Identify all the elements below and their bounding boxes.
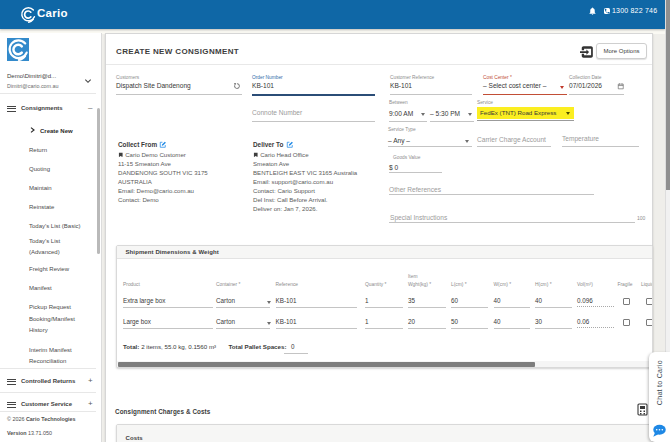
- sidebar-logo: [7, 38, 29, 61]
- weight-input[interactable]: 35: [408, 297, 415, 304]
- reference-input[interactable]: KB-101: [276, 297, 297, 304]
- height-input[interactable]: 40: [535, 297, 542, 304]
- col-volume: Vol(m³): [577, 282, 593, 287]
- table-horizontal-scrollbar[interactable]: [117, 361, 653, 368]
- dropdown-caret-icon: [566, 112, 570, 115]
- edit-collect-from-icon[interactable]: [159, 141, 167, 149]
- sidebar-section-customer-service[interactable]: Customer Service: [21, 401, 72, 407]
- scrollbar-thumb[interactable]: [118, 362, 535, 367]
- customer-reference-field[interactable]: Customer Reference KB-101: [390, 72, 472, 96]
- goods-value-label: Goods Value: [393, 155, 420, 160]
- collapse-minus-icon[interactable]: –: [88, 103, 92, 112]
- expand-plus-icon[interactable]: +: [88, 376, 93, 385]
- fragile-checkbox[interactable]: [623, 319, 630, 326]
- sidebar-item-freight-review[interactable]: Freight Review: [29, 264, 69, 275]
- address-line: BENTLEIGH EAST VIC 3165 Australia: [253, 168, 357, 177]
- calendar-icon[interactable]: [617, 82, 625, 90]
- temperature-field[interactable]: Temperature: [562, 134, 639, 147]
- customers-field[interactable]: Customers Dispatch Site Dandenong: [116, 72, 242, 96]
- chat-to-cario-tab[interactable]: Chat to Cario: [649, 352, 670, 442]
- more-options-button[interactable]: More Options: [596, 43, 647, 59]
- sidebar-divider: [0, 368, 96, 369]
- weight-input[interactable]: 20: [408, 318, 415, 325]
- product-input[interactable]: Large box: [123, 318, 151, 325]
- col-container: Container *: [216, 282, 240, 287]
- height-input[interactable]: 30: [535, 318, 542, 325]
- sidebar-section-controlled-returns[interactable]: Controlled Returns: [21, 378, 75, 384]
- edit-deliver-to-icon[interactable]: [286, 141, 294, 149]
- dropdown-caret-icon: [468, 113, 472, 116]
- address-line: Contact: Demo: [118, 195, 208, 204]
- between-to-select[interactable]: – 5:30 PM: [430, 108, 474, 121]
- user-email: Dimitri@cario.com.au: [7, 83, 59, 89]
- service-select[interactable]: FedEx (TNT) Road Express: [477, 107, 574, 121]
- address-line: DANDENONG SOUTH VIC 3175: [118, 168, 208, 177]
- between-from-select[interactable]: 9:00 AM: [389, 108, 427, 121]
- width-input[interactable]: 40: [494, 318, 501, 325]
- sidebar-item-maintain[interactable]: Maintain: [29, 183, 52, 194]
- carrier-charge-account-field[interactable]: Carrier Charge Account: [477, 134, 551, 147]
- fragile-checkbox[interactable]: [623, 298, 630, 305]
- length-input[interactable]: 60: [451, 297, 458, 304]
- sidebar-item-manifest[interactable]: Manifest: [29, 283, 52, 294]
- liquid-checkbox[interactable]: [646, 319, 653, 326]
- address-line: Smeaton Ave: [253, 159, 357, 168]
- pallet-spaces-input[interactable]: 0: [284, 341, 308, 353]
- service-type-select[interactable]: – Any –: [388, 134, 472, 147]
- phone-icon: [604, 8, 611, 15]
- cost-center-select[interactable]: Cost Center * – Select cost center –: [483, 72, 567, 96]
- menu-bar: [7, 379, 16, 380]
- sidebar-item-todays-list-advanced[interactable]: Today's List (Advanced): [29, 236, 87, 258]
- dropdown-caret-icon: [465, 140, 469, 143]
- collection-date-field[interactable]: Collection Date 07/01/2026: [569, 72, 624, 96]
- col-length: L(cm) *: [451, 282, 467, 287]
- import-consignment-icon[interactable]: [580, 45, 594, 59]
- dropdown-caret-icon: [421, 113, 425, 116]
- sidebar-item-booking-manifest-history[interactable]: Booking/Manifest History: [29, 314, 87, 336]
- product-input[interactable]: Extra large box: [123, 297, 165, 304]
- dropdown-caret-icon: [267, 301, 271, 304]
- other-references-field[interactable]: Other References: [389, 184, 594, 196]
- order-number-field[interactable]: Order Number KB-101: [252, 72, 375, 97]
- quantity-input[interactable]: 1: [365, 297, 369, 304]
- goods-value-field[interactable]: $ 0: [389, 162, 442, 174]
- expand-plus-icon[interactable]: +: [88, 399, 93, 408]
- chat-bubble-icon: [652, 424, 667, 438]
- length-input[interactable]: 50: [451, 318, 458, 325]
- sidebar-item-reinstate[interactable]: Reinstate: [29, 202, 54, 213]
- container-select[interactable]: Carton: [216, 297, 235, 304]
- sidebar-item-todays-list-basic[interactable]: Today's List (Basic): [29, 221, 81, 232]
- sidebar-scrollbar[interactable]: [97, 108, 100, 254]
- calculator-icon[interactable]: [637, 403, 648, 416]
- sidebar-item-create-new[interactable]: Create New: [40, 126, 73, 137]
- reference-input[interactable]: KB-101: [276, 318, 297, 325]
- user-menu-chevron-down-icon[interactable]: [84, 78, 92, 84]
- user-name: Demo\Dimitri@d...: [7, 73, 56, 79]
- sidebar-item-quoting[interactable]: Quoting: [29, 164, 50, 175]
- liquid-checkbox[interactable]: [646, 298, 653, 305]
- address-line: AUSTRALIA: [118, 177, 208, 186]
- costs-card: Costs: [116, 424, 653, 442]
- sidebar-item-return[interactable]: Return: [29, 145, 47, 156]
- notifications-bell-icon[interactable]: [588, 6, 597, 16]
- special-instructions-field[interactable]: Special Instructions 100: [389, 212, 635, 224]
- scrollbar-thumb[interactable]: [666, 0, 670, 190]
- col-reference: Reference: [276, 282, 299, 287]
- menu-bar: [7, 106, 16, 107]
- container-select[interactable]: Carton: [216, 318, 235, 325]
- connote-number-field[interactable]: Connote Number: [252, 104, 375, 122]
- page-title: CREATE NEW CONSIGNMENT: [116, 47, 239, 56]
- address-line: Cario Head Office: [253, 150, 357, 159]
- reset-customers-icon[interactable]: [233, 82, 241, 90]
- sidebar-divider: [0, 392, 96, 393]
- building-icon: [118, 152, 124, 158]
- sidebar-section-consignments[interactable]: Consignments: [21, 105, 63, 111]
- address-line: Del Inst: Call Before Arrival.: [253, 195, 357, 204]
- sidebar: Demo\Dimitri@d... Dimitri@cario.com.au C…: [0, 33, 102, 442]
- quantity-input[interactable]: 1: [365, 318, 369, 325]
- address-line: 11-15 Smeaton Ave: [118, 159, 208, 168]
- pallet-spaces-label: Total Pallet Spaces:: [229, 343, 287, 350]
- width-input[interactable]: 40: [494, 297, 501, 304]
- sidebar-item-pickup-request[interactable]: Pickup Request: [29, 302, 71, 313]
- sidebar-item-interim-manifest-reconciliation[interactable]: Interim Manifest Reconciliation: [29, 345, 89, 367]
